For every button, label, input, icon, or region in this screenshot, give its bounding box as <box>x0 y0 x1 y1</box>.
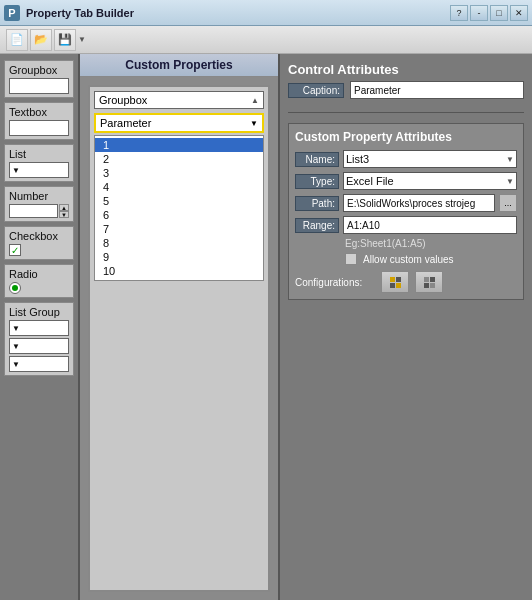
sidebar-item-number[interactable]: Number ▲ ▼ <box>4 186 74 222</box>
app-title: Property Tab Builder <box>26 7 444 19</box>
radio-control <box>9 282 69 294</box>
open-button[interactable]: 📂 <box>30 29 52 51</box>
type-select[interactable]: Excel File ▼ <box>343 172 517 190</box>
name-dropdown-arrow: ▼ <box>506 155 514 164</box>
list-item-6[interactable]: 6 <box>95 208 263 222</box>
list-selected-item[interactable]: Parameter ▼ <box>94 113 264 133</box>
list-group-label: List Group <box>9 306 69 318</box>
main-layout: Groupbox Textbox List ▼ Number ▲ ▼ <box>0 54 532 600</box>
ct-cell3 <box>424 283 429 288</box>
type-value: Excel File <box>346 175 394 187</box>
sidebar-item-list-group[interactable]: List Group ▼ ▼ ▼ <box>4 302 74 376</box>
allow-custom-label: Allow custom values <box>363 254 454 265</box>
list-item-4[interactable]: 4 <box>95 180 263 194</box>
new-icon: 📄 <box>10 33 24 46</box>
path-input[interactable] <box>343 194 495 212</box>
caption-input[interactable] <box>350 81 524 99</box>
configurations-label: Configurations: <box>295 277 375 288</box>
window-controls: ? - □ ✕ <box>450 5 528 21</box>
list-item-1[interactable]: 1 <box>95 138 263 152</box>
list-group-row2: ▼ <box>9 338 69 354</box>
checkbox-input[interactable]: ✓ <box>9 244 21 256</box>
allow-custom-row: Allow custom values <box>345 253 517 265</box>
title-bar: P Property Tab Builder ? - □ ✕ <box>0 0 532 26</box>
list-dropdown-arrow: ▼ <box>12 166 20 175</box>
help-button[interactable]: ? <box>450 5 468 21</box>
config-icon-grid-inner <box>390 277 401 288</box>
maximize-button[interactable]: □ <box>490 5 508 21</box>
list-item-9[interactable]: 9 <box>95 250 263 264</box>
config-table-row2 <box>424 283 435 288</box>
radio-inner <box>12 285 18 291</box>
toolbar: 📄 📂 💾 ▼ <box>0 26 532 54</box>
save-button[interactable]: 💾 <box>54 29 76 51</box>
radio-input[interactable] <box>9 282 21 294</box>
list-selected-value: Parameter <box>100 117 151 129</box>
name-select[interactable]: List3 ▼ <box>343 150 517 168</box>
custom-property-attributes-header: Custom Property Attributes <box>295 130 517 144</box>
ci-cell-1 <box>390 277 395 282</box>
range-input[interactable] <box>343 216 517 234</box>
example-text: Eg:Sheet1(A1:A5) <box>345 238 517 249</box>
browse-button[interactable]: ... <box>499 194 517 212</box>
sidebar: Groupbox Textbox List ▼ Number ▲ ▼ <box>0 54 80 600</box>
list-group-control: ▼ ▼ ▼ <box>9 320 69 372</box>
name-label: Name: <box>295 152 339 167</box>
list-item-2[interactable]: 2 <box>95 152 263 166</box>
textbox-control <box>9 120 69 136</box>
name-row: Name: List3 ▼ <box>295 150 517 168</box>
groupbox-dropdown-icon[interactable]: ▲ <box>251 96 259 105</box>
control-attributes-header: Control Attributes <box>288 62 524 77</box>
sidebar-item-groupbox[interactable]: Groupbox <box>4 60 74 98</box>
name-value: List3 <box>346 153 369 165</box>
list-group-row3: ▼ <box>9 356 69 372</box>
configurations-row: Configurations: <box>295 271 517 293</box>
app-icon: P <box>4 5 20 21</box>
list-item-8[interactable]: 8 <box>95 236 263 250</box>
sidebar-item-radio[interactable]: Radio <box>4 264 74 298</box>
section-divider <box>288 112 524 113</box>
list-item-7[interactable]: 7 <box>95 222 263 236</box>
groupbox-label: Groupbox <box>9 64 69 76</box>
number-down-arrow[interactable]: ▼ <box>59 211 69 218</box>
number-spinners: ▲ ▼ <box>59 204 69 218</box>
sidebar-item-checkbox[interactable]: Checkbox ✓ <box>4 226 74 260</box>
ct-cell4 <box>430 283 435 288</box>
checkbox-control: ✓ <box>9 244 69 256</box>
config-icon-grid[interactable] <box>381 271 409 293</box>
allow-custom-checkbox[interactable] <box>345 253 357 265</box>
config-icon-table[interactable] <box>415 271 443 293</box>
minimize-button[interactable]: - <box>470 5 488 21</box>
number-label: Number <box>9 190 69 202</box>
save-dropdown[interactable]: ▼ <box>78 35 86 44</box>
list-input-dropdown-icon: ▼ <box>250 119 258 128</box>
control-attributes-section: Control Attributes Caption: <box>288 62 524 102</box>
list-control: ▼ <box>9 162 69 178</box>
center-panel: Custom Properties Groupbox ▲ Parameter ▼… <box>80 54 280 600</box>
list-item-5[interactable]: 5 <box>95 194 263 208</box>
list-group-arrow2: ▼ <box>12 342 20 351</box>
sidebar-item-list[interactable]: List ▼ <box>4 144 74 182</box>
ci-cell-4 <box>396 283 401 288</box>
number-input[interactable] <box>9 204 58 218</box>
save-dropdown-arrow[interactable]: ▼ <box>78 35 86 44</box>
list-label: List <box>9 148 69 160</box>
list-item-3[interactable]: 3 <box>95 166 263 180</box>
close-button[interactable]: ✕ <box>510 5 528 21</box>
type-row: Type: Excel File ▼ <box>295 172 517 190</box>
number-up-arrow[interactable]: ▲ <box>59 204 69 211</box>
custom-property-attributes-section: Custom Property Attributes Name: List3 ▼… <box>288 123 524 300</box>
path-row: Path: ... <box>295 194 517 212</box>
list-item-10[interactable]: 10 <box>95 264 263 278</box>
caption-row: Caption: <box>288 81 524 99</box>
ci-cell-3 <box>390 283 395 288</box>
custom-properties-header: Custom Properties <box>80 54 278 77</box>
open-icon: 📂 <box>34 33 48 46</box>
sidebar-item-textbox[interactable]: Textbox <box>4 102 74 140</box>
list-dropdown: 1 2 3 4 5 6 7 8 9 10 <box>94 135 264 281</box>
textbox-label: Textbox <box>9 106 69 118</box>
save-icon: 💾 <box>58 33 72 46</box>
type-dropdown-arrow: ▼ <box>506 177 514 186</box>
new-button[interactable]: 📄 <box>6 29 28 51</box>
range-row: Range: <box>295 216 517 234</box>
